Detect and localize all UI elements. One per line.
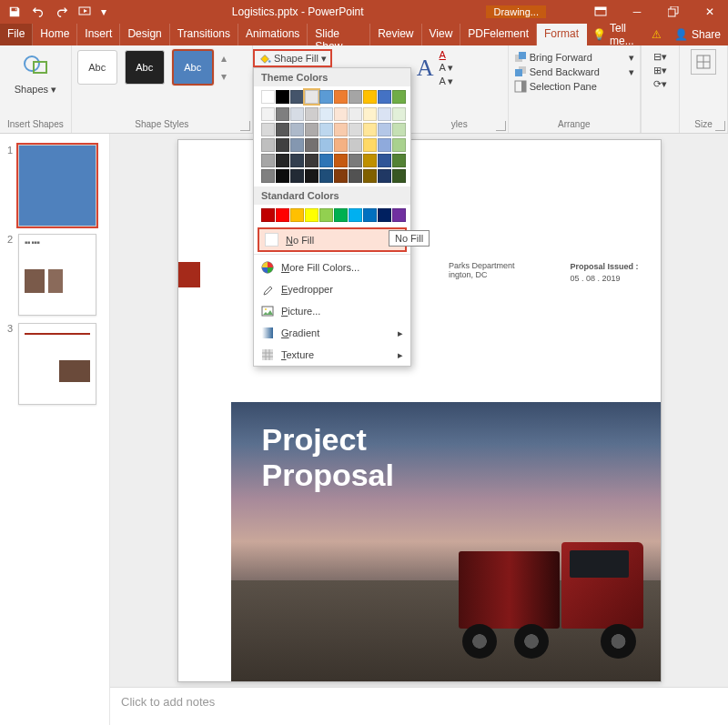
tab-design[interactable]: Design [120,24,169,45]
color-swatch[interactable] [378,154,391,167]
color-swatch[interactable] [349,208,362,222]
color-swatch[interactable] [305,123,318,136]
color-swatch[interactable] [276,123,289,136]
color-swatch[interactable] [363,208,377,222]
tab-format[interactable]: Format [537,24,587,45]
notes-pane[interactable]: Click to add notes [110,687,728,725]
color-swatch[interactable] [261,107,275,121]
color-swatch[interactable] [349,90,362,104]
ribbon-options-icon[interactable] [582,0,619,24]
color-swatch[interactable] [319,138,333,152]
minimize-button[interactable]: ─ [619,0,655,24]
eyedropper-item[interactable]: Eyedropper [254,278,410,300]
color-swatch[interactable] [305,90,318,104]
color-swatch[interactable] [349,107,362,121]
picture-fill-item[interactable]: Picture... [254,300,410,322]
color-swatch[interactable] [363,138,377,152]
slide-thumbnail-1[interactable] [18,145,96,227]
color-swatch[interactable] [305,169,318,183]
send-backward-button[interactable]: Send Backward▾ [514,65,634,78]
share-button[interactable]: 👤 Share [667,24,728,45]
texture-fill-item[interactable]: Texture ▸ [254,344,410,366]
color-swatch[interactable] [378,90,391,104]
tab-view[interactable]: View [422,24,461,45]
color-swatch[interactable] [392,169,406,183]
more-fill-colors-item[interactable]: More Fill Colors... [254,257,410,278]
color-swatch[interactable] [319,107,333,121]
selected-shape[interactable] [178,262,200,287]
wordart-launcher[interactable] [496,121,506,131]
color-swatch[interactable] [276,107,289,121]
size-box-icon[interactable] [691,49,716,75]
color-swatch[interactable] [334,107,348,121]
tab-insert[interactable]: Insert [77,24,120,45]
slide-thumbnail-3[interactable] [18,323,96,405]
color-swatch[interactable] [392,154,406,167]
color-swatch[interactable] [261,208,275,222]
color-swatch[interactable] [392,123,406,136]
color-swatch[interactable] [334,90,348,104]
color-swatch[interactable] [290,123,304,136]
color-swatch[interactable] [319,208,333,222]
color-swatch[interactable] [363,107,377,121]
color-swatch[interactable] [363,154,377,167]
color-swatch[interactable] [290,154,304,167]
redo-icon[interactable] [51,1,73,23]
size-launcher[interactable] [715,121,725,131]
color-swatch[interactable] [305,154,318,167]
shape-style-preset-2[interactable]: Abc [125,50,165,85]
color-swatch[interactable] [290,107,304,121]
color-swatch[interactable] [276,138,289,152]
shapes-button[interactable]: Shapes ▾ [15,84,56,96]
color-swatch[interactable] [261,123,275,136]
color-swatch[interactable] [305,107,318,121]
color-swatch[interactable] [392,90,406,104]
color-swatch[interactable] [378,138,391,152]
no-fill-item[interactable]: No Fill [258,227,407,252]
wordart-preview[interactable]: A [417,55,434,82]
color-swatch[interactable] [363,123,377,136]
color-swatch[interactable] [319,123,333,136]
gradient-fill-item[interactable]: Gradient ▸ [254,322,410,344]
shape-fill-button[interactable]: Shape Fill ▾ [253,49,332,67]
color-swatch[interactable] [334,169,348,183]
color-swatch[interactable] [378,123,391,136]
color-swatch[interactable] [363,90,377,104]
slide-canvas[interactable]: Parks Department ington, DC Proposal Iss… [177,139,662,682]
text-fill-button[interactable]: A [440,49,454,60]
color-swatch[interactable] [378,169,391,183]
tab-animations[interactable]: Animations [238,24,308,45]
styles-gallery-more-icon[interactable]: ▴▾ [221,52,227,83]
color-swatch[interactable] [276,208,289,222]
shape-styles-launcher[interactable] [240,121,250,131]
text-effects-button[interactable]: A ▾ [440,76,454,87]
shape-style-preset-1[interactable]: Abc [77,50,117,85]
group-button[interactable]: ⊞▾ [653,65,667,76]
tab-home[interactable]: Home [33,24,77,45]
selection-pane-button[interactable]: Selection Pane [514,80,634,93]
text-outline-button[interactable]: A ▾ [440,62,454,74]
shapes-icon[interactable] [19,49,52,82]
color-swatch[interactable] [319,90,333,104]
color-swatch[interactable] [261,154,275,167]
save-icon[interactable] [4,1,25,23]
color-swatch[interactable] [276,169,289,183]
color-swatch[interactable] [319,169,333,183]
slide-thumbnail-2[interactable]: ■■ ■■■ [18,234,96,316]
color-swatch[interactable] [378,208,391,222]
color-swatch[interactable] [276,90,289,104]
color-swatch[interactable] [349,123,362,136]
color-swatch[interactable] [261,138,275,152]
tab-file[interactable]: File [0,24,33,45]
color-swatch[interactable] [392,107,406,121]
color-swatch[interactable] [349,169,362,183]
tab-slideshow[interactable]: Slide Show [308,24,370,45]
color-swatch[interactable] [305,208,318,222]
bring-forward-button[interactable]: Bring Forward▾ [514,51,634,64]
color-swatch[interactable] [334,208,348,222]
tab-transitions[interactable]: Transitions [170,24,238,45]
color-swatch[interactable] [305,138,318,152]
color-swatch[interactable] [290,90,304,104]
start-slideshow-icon[interactable] [75,1,96,23]
color-swatch[interactable] [334,154,348,167]
